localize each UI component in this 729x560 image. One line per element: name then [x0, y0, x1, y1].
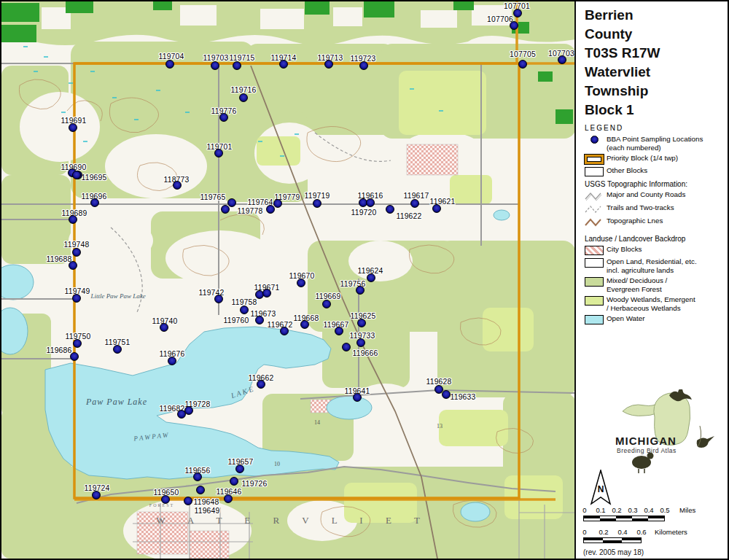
- trail-zigzag-icon: [585, 204, 604, 214]
- bba-point-119689[interactable]: [69, 215, 77, 224]
- bba-point-119776[interactable]: [219, 113, 228, 122]
- bba-point-118773[interactable]: [173, 181, 182, 190]
- bba-point-119751[interactable]: [113, 345, 122, 354]
- bba-point-119641[interactable]: [353, 393, 362, 402]
- bba-point[interactable]: [72, 171, 81, 179]
- bba-point-119726[interactable]: [230, 477, 238, 486]
- place-label: 10: [274, 461, 280, 467]
- bba-point[interactable]: [262, 289, 271, 298]
- forest-swatch: [585, 277, 604, 287]
- bba-point-119686[interactable]: [70, 352, 79, 361]
- point-label-119628: 119628: [426, 378, 451, 386]
- wetland-patch: [399, 71, 486, 135]
- open-land-patch: [333, 7, 362, 26]
- bba-point-119676[interactable]: [168, 357, 176, 365]
- wetland-patch: [483, 308, 534, 351]
- bba-point-119720[interactable]: [386, 205, 394, 214]
- bba-point-119617[interactable]: [410, 199, 419, 208]
- bba-point-119749[interactable]: [72, 294, 81, 303]
- bba-point-119704[interactable]: [165, 60, 174, 69]
- bba-point-119756[interactable]: [356, 286, 364, 295]
- bba-point-119633[interactable]: [442, 390, 451, 399]
- open-land-patch: [20, 92, 100, 162]
- bba-point-119742[interactable]: [214, 295, 223, 303]
- bba-point-119621[interactable]: [432, 204, 441, 213]
- bba-point-119667[interactable]: [335, 327, 343, 335]
- bba-point-119703[interactable]: [211, 61, 219, 70]
- legend-item-open-land: Open Land, Residential, etc. incl. agric…: [585, 257, 729, 274]
- bba-point[interactable]: [366, 198, 375, 207]
- bba-point-119670[interactable]: [297, 279, 305, 287]
- bba-point-119724[interactable]: [92, 491, 101, 499]
- pond: [494, 210, 510, 220]
- bba-point-119719[interactable]: [313, 199, 321, 208]
- bba-point-119716[interactable]: [239, 93, 248, 102]
- bba-point-119668[interactable]: [300, 320, 309, 329]
- bba-point-119672[interactable]: [280, 327, 289, 335]
- open-land-patch: [421, 10, 457, 28]
- bba-point-119714[interactable]: [279, 60, 288, 69]
- bba-point-119691[interactable]: [69, 123, 77, 132]
- wetlands-swatch: [585, 296, 604, 306]
- bba-point-119748[interactable]: [72, 248, 81, 257]
- bba-point-119713[interactable]: [324, 60, 333, 69]
- dense-forest-block: [153, 1, 172, 10]
- bba-point-119624[interactable]: [367, 273, 375, 282]
- legend-item-city-blocks: City Blocks: [585, 245, 729, 255]
- bba-point-119625[interactable]: [357, 319, 366, 327]
- legend-label: Woody Wetlands, Emergent: [607, 295, 695, 304]
- miles-bar: [583, 516, 665, 521]
- bba-point-119656[interactable]: [193, 472, 202, 481]
- legend-item-bba-points: BBA Point Sampling Locations (each numbe…: [585, 135, 729, 152]
- bba-point-119666[interactable]: [342, 343, 351, 351]
- point-label-119666: 119666: [352, 349, 378, 357]
- bba-point-119649[interactable]: [196, 486, 205, 494]
- road-zigzag-icon: [585, 191, 604, 201]
- dense-forest-block: [555, 109, 573, 124]
- place-label: FOREST: [149, 503, 174, 508]
- bba-point-119750[interactable]: [73, 339, 82, 348]
- bba-point-119723[interactable]: [359, 61, 368, 70]
- miles-unit: Miles: [679, 506, 695, 514]
- songbird-silhouette: [697, 436, 714, 448]
- point-label-119719: 119719: [304, 192, 330, 200]
- bba-point-119728[interactable]: [184, 406, 193, 415]
- bba-point-107705[interactable]: [518, 60, 527, 69]
- city-blocks-swatch: [585, 246, 604, 255]
- legend-label: Other Blocks: [607, 166, 647, 175]
- bba-point-107703[interactable]: [558, 55, 566, 64]
- miles-tick-labels: 00.10.20.30.40.5: [583, 506, 729, 515]
- bba-point-119740[interactable]: [160, 323, 168, 332]
- bba-point-107701[interactable]: [513, 9, 522, 18]
- point-label-119617: 119617: [403, 192, 429, 200]
- legend-item-major-roads: Major and County Roads: [585, 190, 729, 201]
- legend-item-wetlands: Woody Wetlands, Emergent / Herbaceous We…: [585, 295, 729, 312]
- wetland-patch: [450, 175, 492, 204]
- bba-point-119696[interactable]: [90, 198, 99, 207]
- bba-point-119765[interactable]: [227, 198, 236, 207]
- bba-point-119715[interactable]: [233, 61, 241, 70]
- bba-point-119701[interactable]: [214, 149, 223, 158]
- bba-point-119673[interactable]: [255, 316, 264, 324]
- bba-point-119669[interactable]: [322, 300, 331, 308]
- bba-point-119779[interactable]: [273, 199, 282, 208]
- tick-label: 0: [582, 528, 586, 536]
- bba-point-119646[interactable]: [224, 494, 233, 503]
- place-label: W A T E R V L I E T: [156, 515, 430, 526]
- bba-point-107706[interactable]: [510, 21, 518, 30]
- bba-point-119648[interactable]: [184, 497, 192, 505]
- legend-heading: LEGEND: [585, 124, 729, 132]
- bba-point-119733[interactable]: [356, 338, 365, 347]
- bba-point-119650[interactable]: [161, 495, 170, 504]
- point-label-119703: 119703: [203, 54, 228, 62]
- map-backdrop: [1, 1, 576, 559]
- bba-point-119662[interactable]: [257, 380, 265, 389]
- bba-point-119657[interactable]: [235, 464, 244, 473]
- bba-point-119688[interactable]: [69, 261, 77, 270]
- bba-point-119764[interactable]: [266, 205, 275, 214]
- km-bar: [583, 537, 642, 543]
- legend-item-forest: Mixed/ Deciduous / Evergreen Forest: [585, 276, 729, 293]
- point-label-119778: 119778: [237, 207, 262, 215]
- bba-point-119758[interactable]: [240, 306, 249, 314]
- bba-point-119778[interactable]: [221, 205, 230, 214]
